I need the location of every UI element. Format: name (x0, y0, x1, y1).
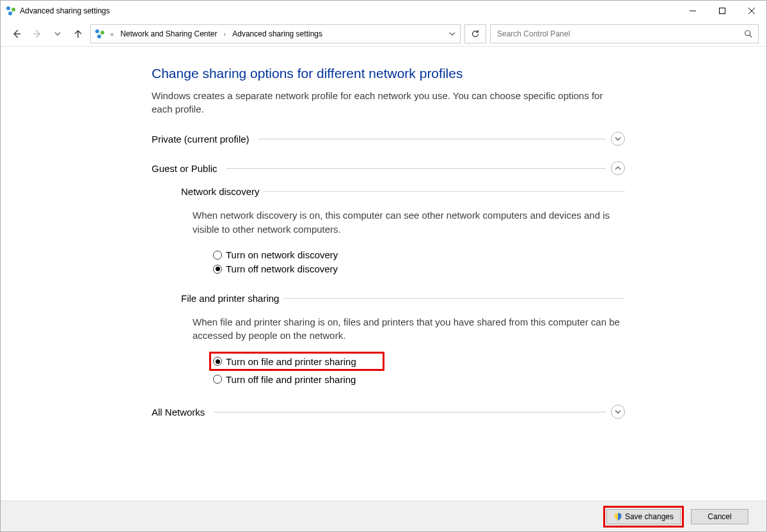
network-icon (6, 6, 16, 16)
minimize-button[interactable] (678, 1, 708, 20)
breadcrumb-item[interactable]: Advanced sharing settings (231, 29, 324, 38)
radio-nd-off[interactable]: Turn off network discovery (213, 262, 625, 276)
page-heading: Change sharing options for different net… (152, 66, 625, 81)
profile-label: Private (current profile) (152, 134, 253, 145)
radio-label: Turn on file and printer sharing (226, 356, 356, 367)
profile-label: All Networks (152, 407, 209, 418)
maximize-button[interactable] (708, 1, 737, 20)
section-description: When network discovery is on, this compu… (193, 208, 625, 237)
forward-button[interactable] (29, 26, 45, 42)
recent-button[interactable] (49, 26, 66, 42)
address-bar[interactable]: « Network and Sharing Center › Advanced … (90, 24, 461, 43)
section-title: File and printer sharing (181, 293, 283, 304)
svg-line-13 (750, 35, 752, 37)
profile-all-networks[interactable]: All Networks (152, 403, 625, 421)
breadcrumb-item[interactable]: Network and Sharing Center (119, 29, 218, 38)
chevron-up-icon[interactable] (611, 161, 625, 175)
search-icon[interactable] (739, 25, 758, 43)
refresh-button[interactable] (464, 24, 486, 43)
page-description: Windows creates a separate network profi… (152, 89, 625, 116)
svg-point-12 (745, 30, 750, 35)
shield-icon (613, 512, 622, 521)
radio-label: Turn off network discovery (226, 263, 338, 274)
svg-point-10 (100, 31, 104, 35)
divider (226, 168, 606, 169)
up-button[interactable] (70, 26, 86, 42)
divider (264, 191, 625, 192)
profile-private[interactable]: Private (current profile) (152, 130, 625, 148)
section-network-discovery: Network discovery (181, 186, 625, 197)
radio-label: Turn off file and printer sharing (226, 374, 356, 385)
button-label: Save changes (625, 512, 674, 521)
titlebar: Advanced sharing settings (1, 1, 766, 21)
window-title: Advanced sharing settings (20, 6, 110, 15)
content-area: Change sharing options for different net… (1, 47, 766, 501)
chevron-right-icon: › (223, 30, 228, 38)
divider (214, 412, 606, 412)
network-icon (95, 29, 105, 39)
search-box (490, 24, 759, 43)
profile-label: Guest or Public (152, 163, 221, 174)
svg-point-2 (8, 12, 12, 15)
chevron-down-icon[interactable] (611, 405, 625, 419)
svg-point-0 (6, 6, 10, 10)
section-title: Network discovery (181, 186, 264, 197)
divider (258, 139, 606, 139)
search-input[interactable] (491, 25, 739, 43)
radio-icon (213, 375, 222, 384)
button-label: Cancel (708, 512, 731, 521)
section-description: When file and printer sharing is on, fil… (193, 315, 625, 343)
cancel-button[interactable]: Cancel (691, 509, 748, 524)
svg-point-11 (97, 35, 101, 38)
section-file-printer-sharing: File and printer sharing (181, 293, 625, 304)
radio-icon (213, 265, 222, 274)
footer: Save changes Cancel (1, 501, 766, 531)
svg-rect-4 (720, 8, 725, 14)
radio-fp-off[interactable]: Turn off file and printer sharing (213, 372, 625, 386)
profile-guest-public[interactable]: Guest or Public (152, 159, 625, 177)
divider (283, 298, 625, 299)
radio-icon (213, 357, 222, 366)
radio-label: Turn on network discovery (226, 249, 338, 260)
svg-point-9 (95, 29, 99, 33)
back-button[interactable] (8, 26, 25, 42)
window: Advanced sharing settings « (0, 0, 767, 532)
address-dropdown[interactable] (445, 25, 460, 43)
svg-point-1 (12, 8, 15, 12)
radio-fp-on[interactable]: Turn on file and printer sharing (213, 354, 356, 368)
chevron-down-icon[interactable] (611, 132, 625, 146)
radio-nd-on[interactable]: Turn on network discovery (213, 248, 625, 262)
breadcrumb-overflow[interactable]: « (109, 30, 115, 38)
save-changes-button[interactable]: Save changes (606, 509, 681, 524)
nav-row: « Network and Sharing Center › Advanced … (1, 21, 766, 47)
radio-icon (213, 251, 222, 260)
close-button[interactable] (737, 1, 766, 20)
